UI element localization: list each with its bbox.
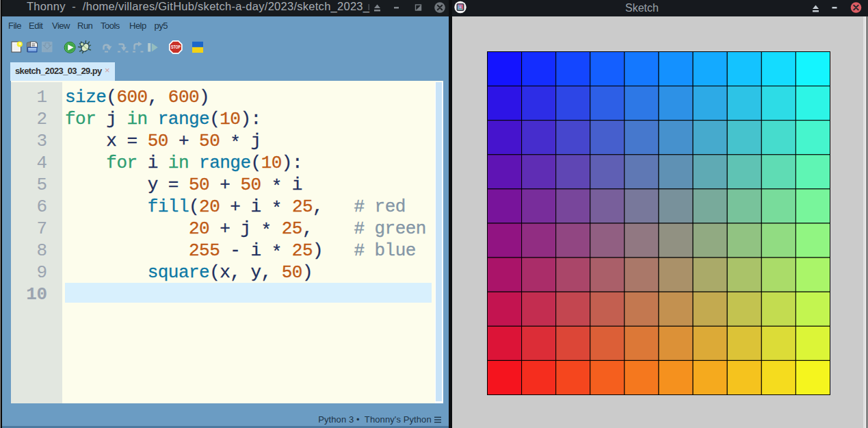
svg-text:STOP: STOP [171,45,181,49]
svg-text:Sketch: Sketch [625,2,659,14]
